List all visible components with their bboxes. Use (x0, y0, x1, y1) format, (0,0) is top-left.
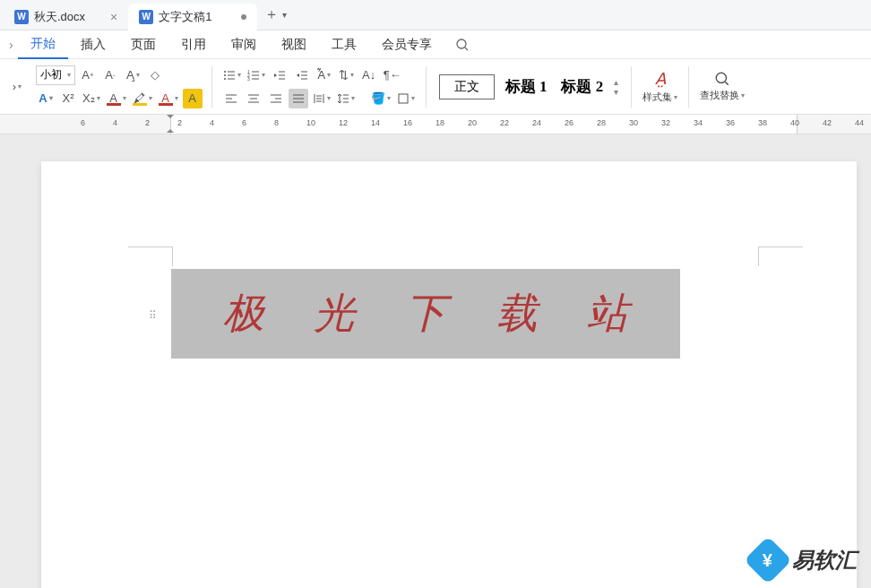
menu-home[interactable]: 开始 (18, 30, 68, 59)
font-color-button[interactable]: A (105, 89, 128, 108)
svg-point-0 (457, 39, 466, 48)
document-page[interactable]: ⠿ 极 光 下 载 站 (41, 161, 857, 588)
close-icon[interactable]: × (110, 10, 117, 24)
style-heading1[interactable]: 标题 1 (502, 76, 551, 97)
font-color-2-button[interactable]: A (157, 89, 180, 108)
style-set-icon: A̤ (655, 69, 666, 89)
tab-title: 秋天.docx (34, 9, 85, 25)
svg-rect-40 (399, 94, 408, 103)
styles-gallery: 正文 标题 1 标题 2 ▴▾ (430, 74, 628, 99)
plus-icon: ＋ (264, 5, 279, 24)
menu-reference[interactable]: 引用 (168, 30, 219, 59)
horizontal-ruler[interactable]: 6422468101214161820222426283032343638404… (0, 115, 871, 134)
tab-doc-1[interactable]: W 秋天.docx × (4, 4, 128, 30)
clear-format-button[interactable]: ◇ (145, 65, 165, 85)
bullets-button[interactable] (221, 65, 243, 85)
chevron-down-icon[interactable]: ▾ (282, 10, 287, 20)
grow-font-button[interactable]: A+ (78, 65, 98, 85)
align-left-button[interactable] (221, 89, 241, 108)
align-right-button[interactable] (266, 89, 286, 108)
tab-title: 文字文稿1 (159, 9, 211, 25)
doc-char: 站 (587, 286, 628, 342)
text-direction-button[interactable]: Ἆ (315, 65, 334, 85)
drag-handle-icon[interactable]: ⠿ (149, 309, 155, 322)
ribbon-toolbar: › 小初 A+ A- A̧ ◇ A X² X₂ A 🖍 A A 123 Ἆ (0, 59, 871, 115)
menu-member[interactable]: 会员专享 (369, 30, 444, 59)
svg-point-6 (224, 78, 226, 80)
svg-point-4 (224, 74, 226, 76)
margin-corner-icon (758, 246, 803, 266)
svg-line-1 (465, 48, 468, 50)
svg-point-41 (716, 73, 726, 82)
document-area: ⠿ 极 光 下 载 站 (0, 134, 871, 588)
highlight-button[interactable]: 🖍 (131, 89, 154, 108)
search-icon[interactable] (455, 38, 470, 52)
paragraph-group: 123 Ἆ ⇅ A↓ ¶← 🪣 (216, 65, 422, 108)
watermark-text: 易软汇 (792, 546, 857, 575)
menu-view[interactable]: 视图 (269, 30, 319, 59)
new-tab-button[interactable]: ＋ ▾ (264, 5, 287, 24)
text-effects-button[interactable]: A (36, 89, 56, 108)
margin-corner-icon (128, 246, 173, 266)
style-normal[interactable]: 正文 (439, 74, 495, 99)
styles-more-button[interactable]: ▴▾ (614, 77, 618, 97)
line-spacing-arrows-button[interactable]: ⇅ (337, 65, 357, 85)
menu-expand-icon[interactable]: › (9, 38, 18, 52)
show-marks-button[interactable]: ¶← (382, 65, 403, 85)
menu-insert[interactable]: 插入 (68, 30, 118, 59)
align-justify-button[interactable] (289, 89, 308, 108)
numbering-button[interactable]: 123 (246, 65, 267, 85)
style-heading2[interactable]: 标题 2 (557, 76, 607, 97)
svg-text:3: 3 (247, 76, 250, 82)
word-doc-icon: W (139, 10, 153, 24)
word-doc-icon: W (14, 10, 29, 24)
sort-button[interactable]: A↓ (359, 65, 379, 85)
shading-button[interactable]: 🪣 (369, 89, 392, 108)
doc-char: 极 (223, 286, 264, 342)
style-set-button[interactable]: A̤ 样式集 (635, 69, 685, 104)
menu-bar: › 开始 插入 页面 引用 审阅 视图 工具 会员专享 (0, 30, 871, 59)
doc-char: 载 (496, 286, 538, 342)
shrink-font-button[interactable]: A- (100, 65, 120, 85)
superscript-button[interactable]: X² (58, 89, 78, 108)
change-case-button[interactable]: A̧ (123, 65, 142, 85)
menu-review[interactable]: 审阅 (219, 30, 269, 59)
distribute-button[interactable] (311, 89, 332, 108)
font-group: 小初 A+ A- A̧ ◇ A X² X₂ A 🖍 A A (30, 65, 208, 108)
align-center-button[interactable] (244, 89, 263, 108)
indent-marker-icon[interactable] (167, 115, 174, 133)
line-spacing-button[interactable] (335, 89, 357, 108)
svg-line-42 (726, 82, 729, 84)
subscript-button[interactable]: X₂ (81, 89, 102, 108)
unsaved-indicator-icon (241, 14, 246, 20)
watermark-logo: ¥ 易软汇 (751, 543, 857, 577)
character-shading-button[interactable]: A (183, 89, 203, 108)
doc-char: 光 (314, 286, 355, 342)
menu-tools[interactable]: 工具 (319, 30, 369, 59)
find-replace-button[interactable]: 查找替换 (693, 71, 752, 102)
tab-doc-2[interactable]: W 文字文稿1 (128, 4, 256, 30)
borders-button[interactable] (395, 89, 417, 108)
search-icon (714, 71, 730, 87)
doc-char: 下 (405, 286, 446, 342)
selected-text-block[interactable]: 极 光 下 载 站 (171, 269, 680, 359)
watermark-icon: ¥ (744, 536, 792, 584)
decrease-indent-button[interactable] (270, 65, 289, 85)
increase-indent-button[interactable] (292, 65, 312, 85)
svg-point-2 (224, 71, 226, 73)
menu-page[interactable]: 页面 (118, 30, 168, 59)
ribbon-expand-button[interactable]: › (7, 77, 27, 97)
font-size-selector[interactable]: 小初 (36, 65, 75, 85)
tab-bar: W 秋天.docx × W 文字文稿1 ＋ ▾ (0, 0, 871, 30)
